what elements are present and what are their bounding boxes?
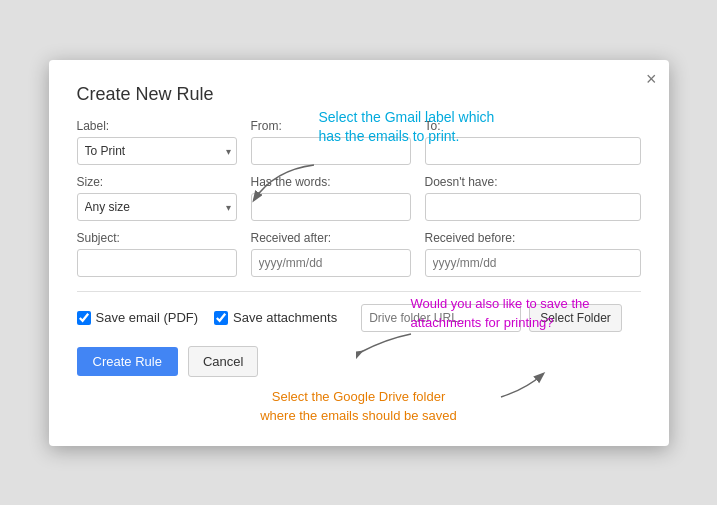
from-field-label: From: — [251, 119, 411, 133]
recbefore-group: Received before: — [425, 231, 641, 277]
size-field-label: Size: — [77, 175, 237, 189]
modal-dialog: × Create New Rule Select the Gmail label… — [49, 60, 669, 446]
row-size-haswords-doesnthave: Size: Any size Greater than Less than ▾ … — [77, 175, 641, 221]
label-field-label: Label: — [77, 119, 237, 133]
annotation-bottom: Select the Google Drive folder where the… — [77, 387, 641, 426]
label-select-wrapper: To Print ▾ — [77, 137, 237, 165]
row-subject-dates: Subject: Received after: Received before… — [77, 231, 641, 277]
annotation-mid: Would you also like to save the attachme… — [411, 294, 641, 333]
modal-title: Create New Rule — [77, 84, 641, 105]
arrow-mid-icon — [356, 324, 416, 364]
size-select-wrapper: Any size Greater than Less than ▾ — [77, 193, 237, 221]
haswords-field-label: Has the words: — [251, 175, 411, 189]
size-group: Size: Any size Greater than Less than ▾ — [77, 175, 237, 221]
recbefore-input[interactable] — [425, 249, 641, 277]
recafter-input[interactable] — [251, 249, 411, 277]
doesnthave-group: Doesn't have: — [425, 175, 641, 221]
save-attachments-checkbox[interactable] — [214, 311, 228, 325]
label-group: Label: To Print ▾ — [77, 119, 237, 165]
from-group: From: — [251, 119, 411, 165]
close-button[interactable]: × — [646, 70, 657, 88]
from-input[interactable] — [251, 137, 411, 165]
arrow-bottom-icon — [491, 369, 551, 399]
recafter-field-label: Received after: — [251, 231, 411, 245]
size-select[interactable]: Any size Greater than Less than — [77, 193, 237, 221]
to-field-label: To: — [425, 119, 641, 133]
to-input[interactable] — [425, 137, 641, 165]
recbefore-field-label: Received before: — [425, 231, 641, 245]
doesnthave-input[interactable] — [425, 193, 641, 221]
save-email-checkbox[interactable] — [77, 311, 91, 325]
cancel-button[interactable]: Cancel — [188, 346, 258, 377]
haswords-group: Has the words: — [251, 175, 411, 221]
recafter-group: Received after: — [251, 231, 411, 277]
subject-field-label: Subject: — [77, 231, 237, 245]
subject-input[interactable] — [77, 249, 237, 277]
save-attachments-checkbox-group: Save attachments — [214, 310, 337, 325]
save-email-label: Save email (PDF) — [96, 310, 199, 325]
doesnthave-field-label: Doesn't have: — [425, 175, 641, 189]
to-group: To: — [425, 119, 641, 165]
save-attachments-label: Save attachments — [233, 310, 337, 325]
save-email-checkbox-group: Save email (PDF) — [77, 310, 199, 325]
section-divider — [77, 291, 641, 292]
haswords-input[interactable] — [251, 193, 411, 221]
row-label-from-to: Label: To Print ▾ From: To: — [77, 119, 641, 165]
label-select[interactable]: To Print — [77, 137, 237, 165]
subject-group: Subject: — [77, 231, 237, 277]
create-rule-button[interactable]: Create Rule — [77, 347, 178, 376]
